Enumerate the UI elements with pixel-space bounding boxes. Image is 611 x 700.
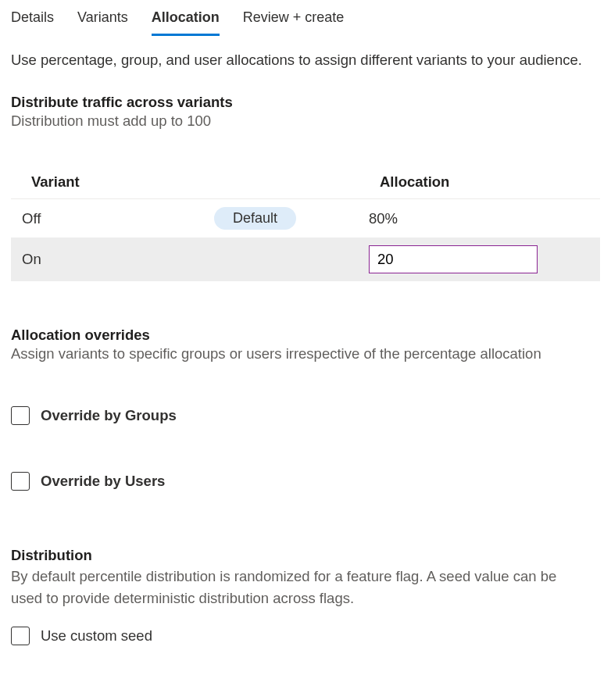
header-default-spacer [225,173,380,191]
allocation-input[interactable] [369,245,538,273]
override-groups-checkbox[interactable] [11,406,30,425]
override-groups-label[interactable]: Override by Groups [41,407,177,424]
tab-details[interactable]: Details [11,9,54,36]
variant-name-on: On [20,251,214,268]
header-allocation: Allocation [380,173,591,191]
distribute-title: Distribute traffic across variants [11,94,600,111]
use-seed-checkbox[interactable] [11,627,30,645]
override-users-row: Override by Users [11,472,600,491]
distribution-subtext: By default percentile distribution is ra… [11,566,558,609]
overrides-section: Allocation overrides Assign variants to … [11,327,600,491]
allocation-off: 80% [369,210,591,227]
header-variant: Variant [31,173,225,191]
table-row: Off Default 80% [11,199,600,238]
intro-text: Use percentage, group, and user allocati… [11,52,600,69]
default-cell: Default [214,207,369,230]
table-row: On [11,238,600,281]
distribute-section: Distribute traffic across variants Distr… [11,94,600,281]
overrides-title: Allocation overrides [11,327,600,344]
tab-review-create[interactable]: Review + create [243,9,345,36]
variants-table: Variant Allocation Off Default 80% On [11,164,600,281]
use-seed-label[interactable]: Use custom seed [41,627,152,645]
allocation-on-cell [369,245,591,273]
variant-name-off: Off [20,210,214,227]
tab-allocation[interactable]: Allocation [152,9,220,36]
override-users-label[interactable]: Override by Users [41,473,165,490]
override-groups-row: Override by Groups [11,406,600,425]
tab-variants[interactable]: Variants [77,9,128,36]
table-header: Variant Allocation [11,164,600,199]
content-area: Use percentage, group, and user allocati… [0,36,611,656]
distribute-subtext: Distribution must add up to 100 [11,112,600,130]
override-users-checkbox[interactable] [11,472,30,491]
tabs-bar: Details Variants Allocation Review + cre… [0,0,611,36]
use-seed-row: Use custom seed [11,627,600,645]
distribution-section: Distribution By default percentile distr… [11,547,600,645]
distribution-title: Distribution [11,547,600,564]
overrides-subtext: Assign variants to specific groups or us… [11,345,558,362]
default-badge: Default [214,207,296,230]
